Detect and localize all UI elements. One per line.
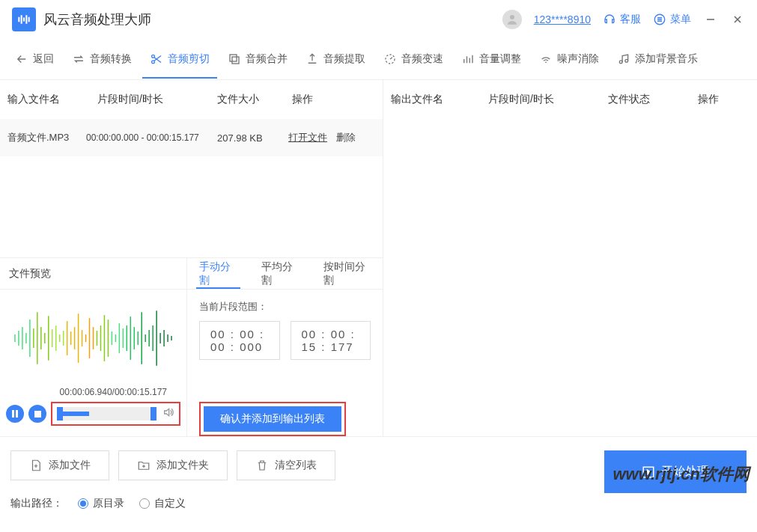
folder-plus-icon (137, 459, 151, 472)
add-file-button[interactable]: 添加文件 (10, 450, 109, 480)
end-time-input[interactable]: 00 : 00 : 15 : 177 (291, 321, 371, 360)
manual-split-tab[interactable]: 手动分割 (187, 258, 249, 289)
audio-speed-tab[interactable]: 音频变速 (376, 46, 451, 72)
audio-cut-tab[interactable]: 音频剪切 (142, 46, 217, 72)
delete-file-link[interactable]: 删除 (336, 131, 356, 144)
range-handle-right[interactable] (151, 407, 156, 421)
original-dir-radio[interactable]: 原目录 (78, 497, 124, 510)
split-mode-tabs: 手动分割 平均分割 按时间分割 (187, 258, 383, 290)
equalizer-icon (461, 52, 475, 66)
titlebar: 风云音频处理大师 123****8910 客服 菜单 (0, 0, 757, 39)
input-file-row[interactable]: 音频文件.MP3 00:00:00.000 - 00:00:15.177 207… (0, 119, 383, 156)
main-toolbar: 返回 音频转换 音频剪切 音频合并 音频提取 音频变速 音量调整 噪声消除 添加… (0, 39, 757, 80)
stop-button[interactable] (28, 405, 46, 423)
back-button[interactable]: 返回 (7, 46, 61, 72)
menu-link[interactable]: 菜单 (653, 13, 691, 26)
denoise-tab[interactable]: 噪声消除 (532, 46, 606, 72)
arrow-left-icon (15, 52, 28, 66)
volume-adjust-tab[interactable]: 音量调整 (454, 46, 529, 72)
svg-rect-5 (232, 57, 239, 64)
audio-convert-tab[interactable]: 音频转换 (64, 46, 139, 72)
svg-point-2 (152, 55, 155, 58)
file-plus-icon (29, 459, 43, 472)
range-highlight-box (51, 402, 180, 426)
svg-rect-4 (230, 55, 237, 61)
svg-rect-53 (16, 410, 18, 418)
play-icon (642, 465, 655, 479)
user-avatar[interactable] (502, 10, 522, 29)
customer-service-link[interactable]: 客服 (603, 13, 641, 26)
scissors-icon (150, 52, 163, 66)
bottom-bar: 添加文件 添加文件夹 清空列表 开始处理 输出路径： 原目录 自定义 (0, 436, 757, 532)
audio-merge-tab[interactable]: 音频合并 (220, 46, 295, 72)
music-icon (617, 52, 630, 66)
start-process-button[interactable]: 开始处理 (604, 450, 747, 493)
gauge-icon (383, 52, 397, 66)
confirm-add-button[interactable]: 确认并添加到输出列表 (204, 406, 341, 432)
svg-rect-52 (12, 410, 14, 418)
volume-icon[interactable] (162, 406, 174, 421)
add-folder-button[interactable]: 添加文件夹 (118, 450, 228, 480)
time-split-tab[interactable]: 按时间分割 (311, 258, 383, 289)
menu-icon (653, 13, 666, 26)
range-label: 当前片段范围： (187, 290, 383, 321)
trash-icon (255, 459, 269, 472)
output-path-label: 输出路径： (10, 497, 63, 510)
start-time-input[interactable]: 00 : 00 : 00 : 000 (199, 321, 280, 360)
upload-icon (305, 52, 319, 66)
app-logo (12, 7, 36, 31)
svg-point-0 (510, 15, 514, 19)
app-title: 风云音频处理大师 (43, 10, 151, 28)
username-link[interactable]: 123****8910 (534, 13, 591, 25)
close-button[interactable] (730, 12, 745, 27)
swap-icon (72, 52, 85, 66)
audio-extract-tab[interactable]: 音频提取 (298, 46, 373, 72)
open-file-link[interactable]: 打开文件 (288, 131, 327, 144)
output-table-header: 输出文件名 片段时间/时长 文件状态 操作 (383, 80, 757, 119)
svg-rect-54 (34, 411, 41, 418)
add-bgm-tab[interactable]: 添加背景音乐 (609, 46, 705, 72)
svg-point-3 (152, 61, 155, 64)
layers-icon (228, 52, 241, 66)
custom-dir-radio[interactable]: 自定义 (139, 497, 186, 510)
waveform-display (0, 290, 186, 387)
playback-time: 00:00:06.940/00:00:15.177 (60, 387, 167, 397)
pause-button[interactable] (6, 405, 24, 423)
range-slider[interactable] (57, 407, 156, 421)
input-table-header: 输入文件名 片段时间/时长 文件大小 操作 (0, 80, 383, 119)
average-split-tab[interactable]: 平均分割 (249, 258, 311, 289)
range-handle-left[interactable] (57, 407, 63, 421)
headset-icon (603, 13, 616, 26)
preview-title: 文件预览 (0, 258, 186, 290)
wifi-icon (539, 52, 553, 66)
confirm-highlight-box: 确认并添加到输出列表 (199, 402, 346, 436)
clear-list-button[interactable]: 清空列表 (237, 450, 335, 480)
minimize-button[interactable] (703, 12, 718, 27)
